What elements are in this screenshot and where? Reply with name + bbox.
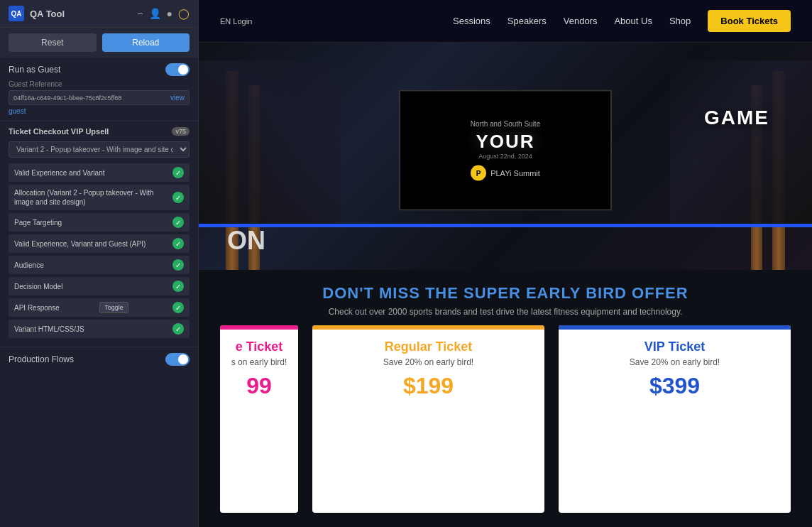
production-flows-section: Production Flows <box>0 347 198 376</box>
check-item-label-6: Variant HTML/CSS/JS <box>14 325 172 334</box>
guest-ref-value: 04ff16a-c649-49c1-bbee-75c8f2c5ff68 <box>13 94 121 102</box>
check-item-4: Audience ✓ <box>9 256 190 274</box>
variant-dropdown[interactable]: Variant 2 - Popup takeover - With image … <box>9 141 190 158</box>
panel-title: QA Tool <box>30 9 131 19</box>
check-item-6: Variant HTML/CSS/JS ✓ <box>9 320 190 338</box>
run-as-guest-toggle[interactable] <box>165 63 190 76</box>
nav-sessions[interactable]: Sessions <box>453 16 490 26</box>
soldier-right <box>670 60 812 224</box>
check-item-label-4: Audience <box>14 261 172 270</box>
ticket-name-regular: Regular Ticket <box>385 339 473 354</box>
api-check-icon: ✓ <box>172 302 184 313</box>
hero-logo-icon: P <box>471 165 486 181</box>
run-as-guest-section: Run as Guest Guest Reference 04ff16a-c64… <box>0 58 198 121</box>
nav-about-us[interactable]: About Us <box>614 16 652 26</box>
hero-logo: P PLAYi Summit <box>471 165 540 181</box>
hero-date: August 22nd, 2024 <box>478 153 532 160</box>
ticket-section-title-row: Ticket Checkout VIP Upsell v75 <box>9 127 190 136</box>
ticket-card-vip: VIP Ticket Save 20% on early bird! $399 <box>559 325 791 513</box>
check-icon-2: ✓ <box>172 217 184 228</box>
ticket-name-vip: VIP Ticket <box>644 339 705 354</box>
panel-header-icons: − 👤 ● ◯ <box>137 8 190 19</box>
bell-icon[interactable]: ● <box>167 8 172 19</box>
ticket-bar-pink <box>220 325 298 330</box>
api-response-label: API Response <box>14 304 60 312</box>
hero-on-text: ON <box>227 226 265 256</box>
minimize-icon[interactable]: − <box>137 8 143 19</box>
power-icon[interactable]: ◯ <box>178 8 190 19</box>
run-as-guest-label: Run as Guest <box>9 65 60 75</box>
ticket-card-partial: e Ticket s on early bird! 99 <box>220 325 298 513</box>
production-flows-toggle[interactable] <box>165 353 190 366</box>
ticket-section-title: Ticket Checkout VIP Upsell <box>9 127 109 136</box>
api-toggle-button[interactable]: Toggle <box>99 302 128 313</box>
reload-button[interactable]: Reload <box>102 33 190 52</box>
qa-tool-panel: QA QA Tool − 👤 ● ◯ Reset Reload Run as G… <box>0 0 199 527</box>
site-header: EN Login Sessions Speakers Vendors About… <box>199 0 812 43</box>
check-icon-6: ✓ <box>172 323 184 335</box>
check-icon-1: ✓ <box>172 192 184 203</box>
ticket-save-regular: Save 20% on early bird! <box>383 357 473 367</box>
panel-header: QA QA Tool − 👤 ● ◯ <box>0 0 198 28</box>
ticket-price-regular: $199 <box>403 373 454 399</box>
check-item-5: Decision Model ✓ <box>9 277 190 295</box>
ticket-section-badge: v75 <box>172 127 190 136</box>
ticket-name-partial: e Ticket <box>236 339 283 354</box>
ticket-bar-blue <box>559 325 791 330</box>
ticket-save-partial: s on early bird! <box>231 357 287 367</box>
promo-subtitle: Check out over 2000 sports brands and te… <box>220 307 791 317</box>
check-icon-0: ✓ <box>172 167 184 178</box>
guest-ref-label: Guest Reference <box>9 80 190 88</box>
run-as-guest-row: Run as Guest <box>9 63 190 76</box>
guest-sub-link[interactable]: guest <box>9 107 190 115</box>
panel-logo-icon: QA <box>9 6 24 21</box>
hero-screen-label: North and South Suite <box>471 120 540 128</box>
guest-ref-field: 04ff16a-c649-49c1-bbee-75c8f2c5ff68 view <box>9 90 190 105</box>
check-item-3: Valid Experience, Variant and Guest (API… <box>9 234 190 253</box>
ticket-price-vip: $399 <box>649 373 700 399</box>
check-icon-5: ✓ <box>172 281 184 292</box>
ticket-bar-orange <box>312 325 544 330</box>
book-tickets-button[interactable]: Book Tickets <box>708 10 791 32</box>
production-flows-label: Production Flows <box>9 354 74 364</box>
ticket-save-vip: Save 20% on early bird! <box>630 357 720 367</box>
check-item-label-2: Page Targeting <box>14 218 172 227</box>
check-item-1: Allocation (Variant 2 - Popup takeover -… <box>9 185 190 210</box>
ticket-card-regular: Regular Ticket Save 20% on early bird! $… <box>312 325 544 513</box>
check-item-2: Page Targeting ✓ <box>9 213 190 232</box>
hero-screen: North and South Suite YOUR August 22nd, … <box>399 90 612 211</box>
check-icon-3: ✓ <box>172 238 184 249</box>
nav-vendors[interactable]: Vendors <box>564 16 598 26</box>
check-item-label-0: Valid Experience and Variant <box>14 168 172 178</box>
tickets-section: e Ticket s on early bird! 99 Regular Tic… <box>199 325 812 527</box>
hero-your-text: YOUR <box>476 131 534 153</box>
hero-section: North and South Suite YOUR August 22nd, … <box>199 43 812 270</box>
api-response-row: API Response Toggle ✓ <box>9 298 190 317</box>
blue-bar <box>199 224 812 227</box>
hero-logo-text: PLAYi Summit <box>490 169 540 178</box>
check-item-label-5: Decision Model <box>14 282 172 291</box>
user-icon[interactable]: 👤 <box>149 8 161 19</box>
ticket-price-partial: 99 <box>246 373 272 399</box>
check-item-0: Valid Experience and Variant ✓ <box>9 163 190 182</box>
production-flows-row: Production Flows <box>9 353 190 366</box>
check-item-label-1: Allocation (Variant 2 - Popup takeover -… <box>14 188 172 207</box>
ticket-upsell-section: Ticket Checkout VIP Upsell v75 Variant 2… <box>0 121 198 347</box>
promo-title: DON'T MISS THE SUPER EARLY BIRD OFFER <box>220 284 791 303</box>
promo-section: DON'T MISS THE SUPER EARLY BIRD OFFER Ch… <box>199 270 812 325</box>
reset-button[interactable]: Reset <box>9 33 97 52</box>
main-content: EN Login Sessions Speakers Vendors About… <box>199 0 812 527</box>
nav-shop[interactable]: Shop <box>669 16 691 26</box>
guest-ref-view-link[interactable]: view <box>170 94 185 102</box>
site-lang-login[interactable]: EN Login <box>220 17 252 26</box>
soldier-left <box>199 60 341 224</box>
check-item-label-3: Valid Experience, Variant and Guest (API… <box>14 239 172 249</box>
check-icon-4: ✓ <box>172 259 184 271</box>
panel-buttons: Reset Reload <box>0 28 198 58</box>
nav-speakers[interactable]: Speakers <box>508 16 547 26</box>
hero-game-text: GAME <box>704 107 769 129</box>
